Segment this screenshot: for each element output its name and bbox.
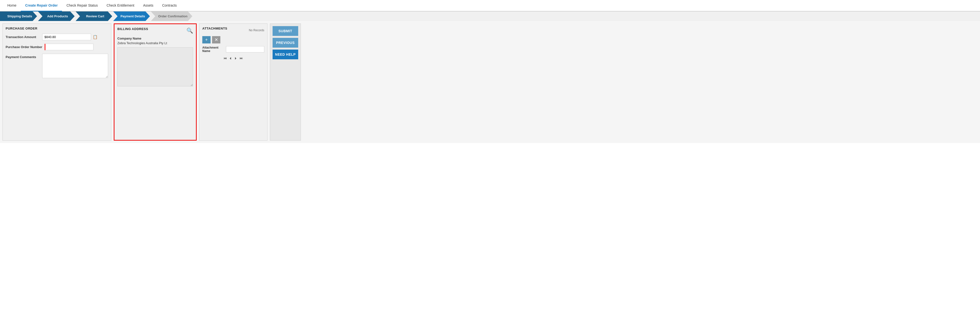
next-page-button[interactable]: ⏵	[234, 56, 238, 60]
last-page-button[interactable]: ⏭	[240, 56, 243, 60]
nav-item-assets[interactable]: Assets	[138, 0, 158, 11]
step-add-products[interactable]: Add Products	[38, 11, 75, 21]
attachments-header: ATTACHMENTS No Records	[202, 27, 264, 34]
step-payment-details[interactable]: Payment Details	[113, 11, 150, 21]
attachment-name-input[interactable]	[226, 46, 264, 53]
steps-bar: Shipping Details Add Products Review Car…	[0, 11, 980, 21]
purchase-order-number-input[interactable]	[45, 44, 94, 50]
pagination-bar: ⏮ ⏴ ⏵ ⏭	[202, 56, 264, 60]
no-records-label: No Records	[249, 29, 264, 32]
main-content: PURCHASE ORDER Transaction Amount 📋 Purc…	[0, 21, 980, 143]
nav-item-contracts[interactable]: Contracts	[158, 0, 181, 11]
step-review-cart[interactable]: Review Cart	[76, 11, 112, 21]
billing-search-icon[interactable]: 🔍	[186, 27, 193, 34]
payment-comments-row: Payment Comments	[6, 54, 108, 78]
transaction-amount-wrap: 📋	[42, 34, 108, 40]
attachment-buttons: + ✕	[202, 36, 264, 43]
action-buttons-panel: SUBMIT PREVIOUS NEED HELP	[270, 24, 301, 141]
transaction-amount-row: Transaction Amount 📋	[6, 34, 108, 40]
attachment-name-label: Attachment Name	[202, 46, 224, 53]
attachment-name-row: Attachment Name	[202, 46, 264, 53]
document-icon[interactable]: 📋	[92, 34, 98, 40]
previous-button[interactable]: PREVIOUS	[272, 38, 298, 48]
purchase-order-number-wrap	[45, 44, 108, 50]
prev-page-button[interactable]: ⏴	[229, 56, 232, 60]
nav-item-create-repair-order[interactable]: Create Repair Order	[21, 0, 62, 11]
payment-comments-wrap	[42, 54, 108, 78]
remove-attachment-button[interactable]: ✕	[212, 36, 220, 43]
nav-item-check-repair-status[interactable]: Check Repair Status	[62, 0, 102, 11]
need-help-button[interactable]: NEED HELP	[272, 50, 298, 59]
payment-comments-label: Payment Comments	[6, 54, 40, 59]
step-shipping-details[interactable]: Shipping Details	[0, 11, 37, 21]
transaction-amount-label: Transaction Amount	[6, 34, 40, 39]
attachments-title: ATTACHMENTS	[202, 27, 228, 30]
company-name-label: Company Name	[118, 37, 193, 40]
step-order-confirmation[interactable]: Order Confirmation	[151, 11, 192, 21]
add-attachment-button[interactable]: +	[202, 36, 211, 43]
purchase-order-number-row: Purchase Order Number	[6, 44, 108, 50]
attachments-panel: ATTACHMENTS No Records + ✕ Attachment Na…	[199, 24, 267, 141]
nav-item-home[interactable]: Home	[3, 0, 21, 11]
purchase-order-title: PURCHASE ORDER	[6, 27, 108, 30]
transaction-amount-input[interactable]	[42, 34, 91, 40]
nav-item-check-entitlement[interactable]: Check Entitlement	[102, 0, 139, 11]
billing-address-textarea[interactable]	[118, 47, 193, 86]
purchase-order-number-label: Purchase Order Number	[6, 44, 42, 49]
top-navigation: Home Create Repair Order Check Repair St…	[0, 0, 980, 11]
purchase-order-panel: PURCHASE ORDER Transaction Amount 📋 Purc…	[2, 24, 111, 141]
company-name-value: Zebra Technologies Australia Pty Lt	[118, 41, 193, 45]
billing-address-title: BILLING ADDRESS	[118, 27, 148, 31]
submit-button[interactable]: SUBMIT	[272, 26, 298, 36]
payment-comments-textarea[interactable]	[42, 54, 108, 78]
billing-address-header: BILLING ADDRESS 🔍	[118, 27, 193, 34]
billing-address-panel: BILLING ADDRESS 🔍 Company Name Zebra Tec…	[114, 24, 197, 141]
first-page-button[interactable]: ⏮	[224, 56, 227, 60]
